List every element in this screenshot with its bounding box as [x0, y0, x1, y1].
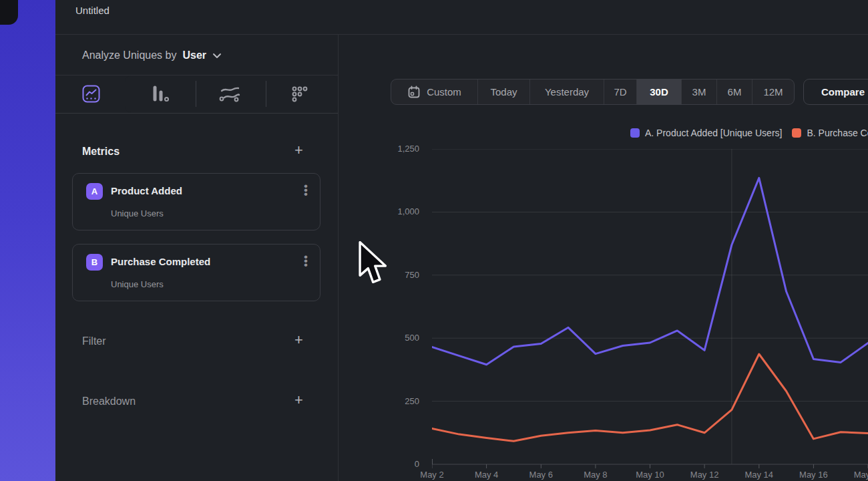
legend-item[interactable]: A. Product Added [Unique Users] [630, 128, 782, 138]
kebab-menu-icon[interactable]: ••• [304, 184, 308, 196]
metric-subtitle: Unique Users [111, 208, 164, 218]
grid-dots-icon [290, 85, 309, 104]
range-7d[interactable]: 7D [604, 79, 637, 104]
y-tick-label: 1,000 [386, 206, 419, 216]
date-range-selector: CustomTodayYesterday7D30D3M6M12M [391, 79, 795, 105]
calendar-icon [407, 86, 421, 99]
metric-card[interactable]: BPurchase CompletedUnique Users••• [72, 244, 320, 301]
x-tick-label: May 18 [848, 470, 868, 480]
section-label-filter: Filter [82, 335, 106, 347]
metrics-section-title: Metrics [82, 146, 120, 158]
y-tick-label: 250 [386, 396, 419, 406]
x-tick-label: May 12 [684, 470, 724, 480]
view-tab-flow[interactable] [195, 75, 264, 112]
kebab-menu-icon[interactable]: ••• [304, 255, 308, 267]
range-3m[interactable]: 3M [682, 79, 717, 104]
legend-label: A. Product Added [Unique Users] [645, 128, 782, 138]
report-title[interactable]: Untitled [75, 5, 110, 16]
legend-label: B. Purchase Completed [Unique Users] [807, 128, 868, 138]
section-label-breakdown: Breakdown [82, 395, 136, 408]
range-label: 12M [763, 86, 783, 98]
x-tick-label: May 10 [630, 470, 670, 480]
chevron-down-icon [212, 53, 222, 59]
range-today[interactable]: Today [478, 79, 530, 104]
y-tick-label: 500 [386, 333, 419, 343]
metric-name: Product Added [111, 185, 182, 196]
bar-chart-icon [150, 84, 170, 104]
legend-item[interactable]: B. Purchase Completed [Unique Users] [792, 128, 868, 138]
metric-subtitle: Unique Users [111, 279, 164, 289]
y-tick-label: 0 [386, 459, 419, 469]
chart-svg [432, 149, 868, 470]
header-divider [55, 34, 868, 35]
line-chart-icon [82, 85, 100, 103]
y-tick-label: 1,250 [386, 144, 419, 154]
background-corner [0, 0, 18, 25]
range-label: Yesterday [545, 86, 589, 98]
view-tab-bar-chart[interactable] [125, 75, 194, 112]
range-label: Today [490, 86, 517, 98]
metric-card[interactable]: AProduct AddedUnique Users••• [72, 173, 320, 230]
range-30d[interactable]: 30D [637, 79, 682, 104]
sidebar-right-divider [338, 34, 339, 481]
add-breakdown-button[interactable]: + [294, 394, 303, 406]
metric-badge: A [86, 183, 103, 200]
x-tick-label: May 4 [467, 470, 507, 480]
arrow-cursor-icon [358, 241, 389, 287]
add-filter-button[interactable]: + [294, 334, 303, 346]
flow-icon [219, 86, 240, 103]
range-6m[interactable]: 6M [717, 79, 752, 104]
y-tick-label: 750 [386, 270, 419, 280]
range-label: 3M [692, 86, 706, 98]
x-tick-label: May 14 [739, 470, 779, 480]
range-label: 6M [728, 86, 742, 98]
x-tick-label: May 6 [521, 470, 561, 480]
chart-legend: A. Product Added [Unique Users]B. Purcha… [630, 128, 868, 138]
range-custom[interactable]: Custom [391, 79, 478, 104]
view-tab-line-chart[interactable] [56, 75, 126, 112]
background-gradient-strip [0, 0, 55, 481]
metric-badge: B [86, 254, 103, 271]
legend-swatch [630, 128, 640, 138]
compare-button[interactable]: Compare [803, 79, 868, 105]
view-tab-grid[interactable] [265, 75, 335, 112]
analyze-by-label: Analyze Uniques by [82, 49, 176, 61]
add-metric-button[interactable]: + [294, 144, 303, 156]
analyze-by-value[interactable]: User [182, 49, 206, 61]
range-yesterday[interactable]: Yesterday [530, 79, 604, 104]
compare-label: Compare [821, 86, 865, 98]
x-tick-label: May 2 [412, 470, 452, 480]
metric-name: Purchase Completed [111, 256, 210, 267]
sidebar-divider-tabs [55, 113, 338, 114]
app-screenshot: { "window_title": "Untitled", "sidebar":… [0, 0, 868, 481]
range-12m[interactable]: 12M [752, 79, 794, 104]
analyze-by-control[interactable]: Analyze Uniques by User [82, 49, 222, 61]
x-tick-label: May 8 [576, 470, 616, 480]
x-tick-label: May 16 [793, 470, 833, 480]
range-label: 7D [614, 86, 626, 98]
range-label: 30D [650, 86, 668, 98]
legend-swatch [792, 128, 801, 138]
range-label: Custom [427, 86, 461, 98]
